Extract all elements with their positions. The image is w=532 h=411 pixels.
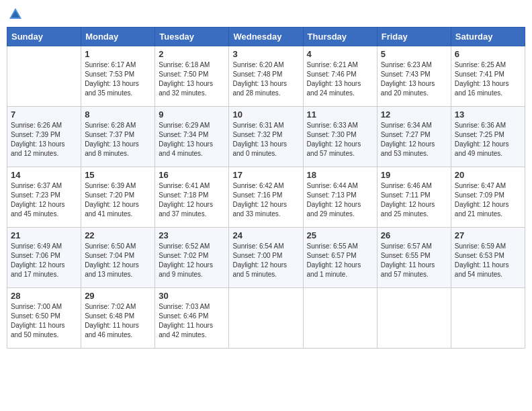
calendar-cell: 20Sunrise: 6:47 AM Sunset: 7:09 PM Dayli… xyxy=(451,167,525,228)
calendar-cell: 10Sunrise: 6:31 AM Sunset: 7:32 PM Dayli… xyxy=(229,107,303,167)
day-number: 29 xyxy=(85,291,151,301)
day-info: Sunrise: 6:36 AM Sunset: 7:25 PM Dayligh… xyxy=(455,121,521,158)
calendar-cell: 18Sunrise: 6:44 AM Sunset: 7:13 PM Dayli… xyxy=(303,167,377,228)
day-number: 24 xyxy=(232,230,299,240)
day-info: Sunrise: 6:49 AM Sunset: 7:06 PM Dayligh… xyxy=(11,242,77,279)
day-info: Sunrise: 6:31 AM Sunset: 7:32 PM Dayligh… xyxy=(232,121,299,158)
calendar-cell: 4Sunrise: 6:21 AM Sunset: 7:46 PM Daylig… xyxy=(303,46,377,107)
calendar-week-row: 7Sunrise: 6:26 AM Sunset: 7:39 PM Daylig… xyxy=(7,107,525,167)
calendar-header-monday: Monday xyxy=(81,28,155,46)
calendar-cell: 22Sunrise: 6:50 AM Sunset: 7:04 PM Dayli… xyxy=(81,228,155,288)
day-number: 7 xyxy=(11,109,77,120)
day-number: 1 xyxy=(85,49,151,59)
calendar-cell: 17Sunrise: 6:42 AM Sunset: 7:16 PM Dayli… xyxy=(229,167,303,228)
day-info: Sunrise: 6:34 AM Sunset: 7:27 PM Dayligh… xyxy=(381,121,447,158)
calendar-cell: 3Sunrise: 6:20 AM Sunset: 7:48 PM Daylig… xyxy=(229,46,303,107)
calendar-header-tuesday: Tuesday xyxy=(155,28,229,46)
day-info: Sunrise: 6:44 AM Sunset: 7:13 PM Dayligh… xyxy=(307,181,373,219)
day-info: Sunrise: 7:00 AM Sunset: 6:50 PM Dayligh… xyxy=(11,302,77,340)
calendar-cell xyxy=(229,288,303,349)
calendar-cell: 25Sunrise: 6:55 AM Sunset: 6:57 PM Dayli… xyxy=(303,228,377,288)
day-info: Sunrise: 6:37 AM Sunset: 7:23 PM Dayligh… xyxy=(11,181,77,219)
day-info: Sunrise: 6:41 AM Sunset: 7:18 PM Dayligh… xyxy=(159,181,225,219)
calendar-week-row: 1Sunrise: 6:17 AM Sunset: 7:53 PM Daylig… xyxy=(7,46,525,107)
day-number: 27 xyxy=(455,230,521,240)
calendar-cell: 19Sunrise: 6:46 AM Sunset: 7:11 PM Dayli… xyxy=(377,167,451,228)
day-info: Sunrise: 6:33 AM Sunset: 7:30 PM Dayligh… xyxy=(307,121,373,158)
calendar-cell: 14Sunrise: 6:37 AM Sunset: 7:23 PM Dayli… xyxy=(7,167,81,228)
day-number: 21 xyxy=(11,230,77,240)
calendar-header-thursday: Thursday xyxy=(303,28,377,46)
calendar-cell xyxy=(7,46,81,107)
day-info: Sunrise: 6:18 AM Sunset: 7:50 PM Dayligh… xyxy=(159,60,225,98)
day-number: 19 xyxy=(381,170,447,180)
calendar-header-saturday: Saturday xyxy=(451,28,525,46)
calendar-cell: 11Sunrise: 6:33 AM Sunset: 7:30 PM Dayli… xyxy=(303,107,377,167)
day-info: Sunrise: 6:59 AM Sunset: 6:53 PM Dayligh… xyxy=(455,242,521,279)
calendar-header-sunday: Sunday xyxy=(7,28,81,46)
calendar-cell: 8Sunrise: 6:28 AM Sunset: 7:37 PM Daylig… xyxy=(81,107,155,167)
calendar-week-row: 14Sunrise: 6:37 AM Sunset: 7:23 PM Dayli… xyxy=(7,167,525,228)
day-number: 18 xyxy=(307,170,373,180)
calendar-cell: 13Sunrise: 6:36 AM Sunset: 7:25 PM Dayli… xyxy=(451,107,525,167)
calendar-cell xyxy=(377,288,451,349)
calendar-cell: 2Sunrise: 6:18 AM Sunset: 7:50 PM Daylig… xyxy=(155,46,229,107)
day-number: 10 xyxy=(232,109,299,120)
day-number: 22 xyxy=(85,230,151,240)
day-info: Sunrise: 7:03 AM Sunset: 6:46 PM Dayligh… xyxy=(159,302,225,340)
calendar-cell: 27Sunrise: 6:59 AM Sunset: 6:53 PM Dayli… xyxy=(451,228,525,288)
day-number: 5 xyxy=(381,49,447,59)
logo xyxy=(7,7,23,21)
day-info: Sunrise: 6:46 AM Sunset: 7:11 PM Dayligh… xyxy=(381,181,447,219)
day-number: 9 xyxy=(159,109,225,120)
day-number: 6 xyxy=(455,49,521,59)
day-info: Sunrise: 6:57 AM Sunset: 6:55 PM Dayligh… xyxy=(381,242,447,279)
day-number: 14 xyxy=(11,170,77,180)
day-number: 20 xyxy=(455,170,521,180)
calendar-week-row: 28Sunrise: 7:00 AM Sunset: 6:50 PM Dayli… xyxy=(7,288,525,349)
page-header xyxy=(7,7,525,21)
calendar-cell: 5Sunrise: 6:23 AM Sunset: 7:43 PM Daylig… xyxy=(377,46,451,107)
day-info: Sunrise: 6:52 AM Sunset: 7:02 PM Dayligh… xyxy=(159,242,225,279)
calendar-cell: 30Sunrise: 7:03 AM Sunset: 6:46 PM Dayli… xyxy=(155,288,229,349)
calendar-cell: 24Sunrise: 6:54 AM Sunset: 7:00 PM Dayli… xyxy=(229,228,303,288)
calendar-cell xyxy=(303,288,377,349)
day-info: Sunrise: 6:17 AM Sunset: 7:53 PM Dayligh… xyxy=(85,60,151,98)
day-number: 4 xyxy=(307,49,373,59)
calendar-cell: 12Sunrise: 6:34 AM Sunset: 7:27 PM Dayli… xyxy=(377,107,451,167)
day-number: 30 xyxy=(159,291,225,301)
calendar-cell: 15Sunrise: 6:39 AM Sunset: 7:20 PM Dayli… xyxy=(81,167,155,228)
calendar-cell: 6Sunrise: 6:25 AM Sunset: 7:41 PM Daylig… xyxy=(451,46,525,107)
day-number: 28 xyxy=(11,291,77,301)
day-number: 8 xyxy=(85,109,151,120)
calendar-cell: 28Sunrise: 7:00 AM Sunset: 6:50 PM Dayli… xyxy=(7,288,81,349)
calendar-cell: 1Sunrise: 6:17 AM Sunset: 7:53 PM Daylig… xyxy=(81,46,155,107)
day-info: Sunrise: 6:29 AM Sunset: 7:34 PM Dayligh… xyxy=(159,121,225,158)
day-number: 3 xyxy=(232,49,299,59)
day-info: Sunrise: 6:54 AM Sunset: 7:00 PM Dayligh… xyxy=(232,242,299,279)
calendar-cell: 26Sunrise: 6:57 AM Sunset: 6:55 PM Dayli… xyxy=(377,228,451,288)
calendar-cell: 29Sunrise: 7:02 AM Sunset: 6:48 PM Dayli… xyxy=(81,288,155,349)
day-number: 17 xyxy=(232,170,299,180)
day-number: 16 xyxy=(159,170,225,180)
day-info: Sunrise: 6:50 AM Sunset: 7:04 PM Dayligh… xyxy=(85,242,151,279)
day-info: Sunrise: 6:39 AM Sunset: 7:20 PM Dayligh… xyxy=(85,181,151,219)
calendar-cell: 7Sunrise: 6:26 AM Sunset: 7:39 PM Daylig… xyxy=(7,107,81,167)
day-info: Sunrise: 6:23 AM Sunset: 7:43 PM Dayligh… xyxy=(381,60,447,98)
day-number: 26 xyxy=(381,230,447,240)
calendar-week-row: 21Sunrise: 6:49 AM Sunset: 7:06 PM Dayli… xyxy=(7,228,525,288)
calendar-header-row: SundayMondayTuesdayWednesdayThursdayFrid… xyxy=(7,28,525,46)
day-number: 13 xyxy=(455,109,521,120)
day-number: 12 xyxy=(381,109,447,120)
calendar-cell: 23Sunrise: 6:52 AM Sunset: 7:02 PM Dayli… xyxy=(155,228,229,288)
day-info: Sunrise: 7:02 AM Sunset: 6:48 PM Dayligh… xyxy=(85,302,151,340)
calendar-cell xyxy=(451,288,525,349)
calendar-cell: 9Sunrise: 6:29 AM Sunset: 7:34 PM Daylig… xyxy=(155,107,229,167)
day-number: 2 xyxy=(159,49,225,59)
calendar-cell: 21Sunrise: 6:49 AM Sunset: 7:06 PM Dayli… xyxy=(7,228,81,288)
day-info: Sunrise: 6:21 AM Sunset: 7:46 PM Dayligh… xyxy=(307,60,373,98)
calendar-cell: 16Sunrise: 6:41 AM Sunset: 7:18 PM Dayli… xyxy=(155,167,229,228)
calendar-body: 1Sunrise: 6:17 AM Sunset: 7:53 PM Daylig… xyxy=(7,46,525,349)
day-number: 23 xyxy=(159,230,225,240)
day-info: Sunrise: 6:20 AM Sunset: 7:48 PM Dayligh… xyxy=(232,60,299,98)
